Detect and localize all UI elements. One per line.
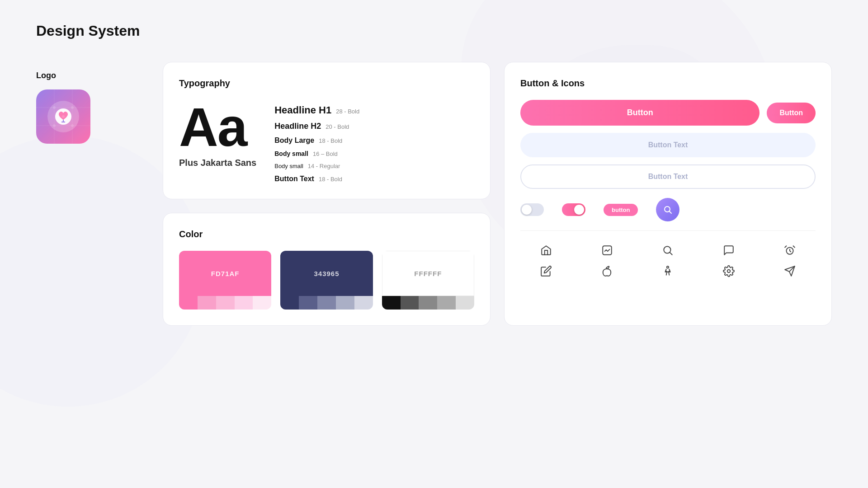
typography-card: Typography Aa Plus Jakarta Sans Headline…: [163, 62, 491, 199]
white-swatch-main: FFFFFF: [382, 251, 474, 296]
circle-search-button[interactable]: [656, 198, 679, 221]
search-icon: [663, 205, 673, 215]
main-grid: Logo: [36, 62, 832, 326]
typo-spec-h2: Headline H2 20 - Bold: [274, 122, 474, 131]
button-row-1: Button Button: [520, 100, 816, 126]
typo-body-small-reg-name: Body small: [274, 163, 303, 169]
white-tints: [382, 296, 474, 310]
search-icon[interactable]: [642, 244, 694, 256]
edit-icon[interactable]: [520, 265, 572, 277]
svg-point-7: [71, 124, 74, 127]
home-icon[interactable]: [520, 244, 572, 256]
navy-swatch-group: 343965: [280, 251, 373, 310]
button-row-2: Button Text: [520, 133, 816, 157]
pill-button[interactable]: button: [604, 204, 638, 216]
pink-tint-4: [235, 296, 253, 310]
typo-h2-name: Headline H2: [274, 122, 321, 131]
svg-point-4: [53, 106, 56, 109]
toggle-row: button: [520, 198, 816, 221]
chat-icon[interactable]: [703, 244, 755, 256]
alarm-icon[interactable]: [764, 244, 816, 256]
pink-tints: [179, 296, 271, 310]
icons-grid: [520, 240, 816, 282]
toggle-on[interactable]: [562, 203, 585, 216]
white-tint-3: [419, 296, 437, 310]
aa-sample-text: Aa: [179, 100, 256, 154]
walk-icon[interactable]: [642, 265, 694, 277]
white-tint-2: [401, 296, 419, 310]
logo-grid-svg: [36, 89, 90, 144]
typo-spec-h1: Headline H1 28 - Bold: [274, 104, 474, 116]
typo-button-spec: 18 - Bold: [319, 176, 342, 183]
logo-label: Logo: [36, 71, 149, 80]
typo-body-large-spec: 18 - Bold: [319, 137, 342, 144]
color-title: Color: [179, 229, 474, 239]
svg-point-18: [667, 266, 669, 268]
toggle-off[interactable]: [520, 203, 544, 216]
white-hex-label: FFFFFF: [414, 270, 442, 277]
navy-tint-5: [354, 296, 373, 310]
typo-h1-name: Headline H1: [274, 104, 331, 116]
primary-button-small[interactable]: Button: [767, 103, 816, 123]
buttons-icons-title: Button & Icons: [520, 78, 816, 89]
svg-point-19: [727, 270, 731, 273]
page-title: Design System: [36, 23, 832, 39]
typography-content: Aa Plus Jakarta Sans Headline H1 28 - Bo…: [179, 100, 474, 183]
white-tint-1: [382, 296, 401, 310]
toggle-on-knob: [574, 205, 584, 215]
send-icon[interactable]: [764, 265, 816, 277]
white-swatch-group: FFFFFF: [382, 251, 474, 310]
icons-divider: [520, 230, 816, 231]
outline-button[interactable]: Button Text: [520, 164, 816, 189]
typo-button-name: Button Text: [274, 175, 314, 183]
white-tint-5: [456, 296, 474, 310]
color-swatches: FD71AF 343965: [179, 251, 474, 310]
white-tint-4: [437, 296, 456, 310]
typo-spec-body-large: Body Large 18 - Bold: [274, 136, 474, 145]
logo-section: Logo: [36, 62, 149, 199]
navy-tint-4: [336, 296, 354, 310]
typo-spec-button: Button Text 18 - Bold: [274, 175, 474, 183]
pink-hex-label: FD71AF: [211, 270, 240, 277]
font-name-label: Plus Jakarta Sans: [179, 158, 256, 168]
typo-body-small-spec: 16 – Bold: [313, 150, 338, 157]
pink-swatch-group: FD71AF: [179, 251, 271, 310]
apple-icon[interactable]: [581, 265, 633, 277]
svg-point-5: [71, 106, 74, 109]
svg-line-16: [670, 253, 672, 255]
ghost-button[interactable]: Button Text: [520, 133, 816, 157]
logo-icon: [36, 89, 90, 144]
pink-tint-1: [179, 296, 198, 310]
typo-spec-body-small-bold: Body small 16 – Bold: [274, 150, 474, 157]
typography-sample: Aa Plus Jakarta Sans: [179, 100, 256, 168]
navy-tint-3: [317, 296, 336, 310]
svg-point-8: [62, 115, 65, 118]
navy-tint-2: [299, 296, 317, 310]
svg-point-6: [53, 124, 56, 127]
typo-body-small-reg-spec: 14 - Regular: [308, 163, 340, 169]
pink-tint-2: [198, 296, 216, 310]
toggle-off-knob: [522, 205, 532, 215]
navy-hex-label: 343965: [314, 270, 339, 277]
typo-h1-spec: 28 - Bold: [336, 108, 359, 115]
pink-swatch-main: FD71AF: [179, 251, 271, 296]
navy-tint-1: [280, 296, 299, 310]
primary-button-full[interactable]: Button: [520, 100, 760, 126]
color-card: Color FD71AF: [163, 213, 491, 326]
typo-spec-body-small-reg: Body small 14 - Regular: [274, 163, 474, 169]
navy-tints: [280, 296, 373, 310]
typography-title: Typography: [179, 78, 474, 89]
typo-body-large-name: Body Large: [274, 136, 314, 145]
svg-line-13: [670, 211, 672, 214]
settings-icon[interactable]: [703, 265, 755, 277]
chart-icon[interactable]: [581, 244, 633, 256]
navy-swatch-main: 343965: [280, 251, 373, 296]
page-container: Design System Logo: [0, 0, 868, 348]
typography-specs: Headline H1 28 - Bold Headline H2 20 - B…: [274, 100, 474, 183]
pink-tint-3: [216, 296, 235, 310]
button-row-3: Button Text: [520, 164, 816, 189]
buttons-icons-card: Button & Icons Button Button Button Text…: [504, 62, 832, 326]
typo-body-small-name: Body small: [274, 150, 308, 157]
pink-tint-5: [253, 296, 271, 310]
typo-h2-spec: 20 - Bold: [326, 123, 349, 130]
